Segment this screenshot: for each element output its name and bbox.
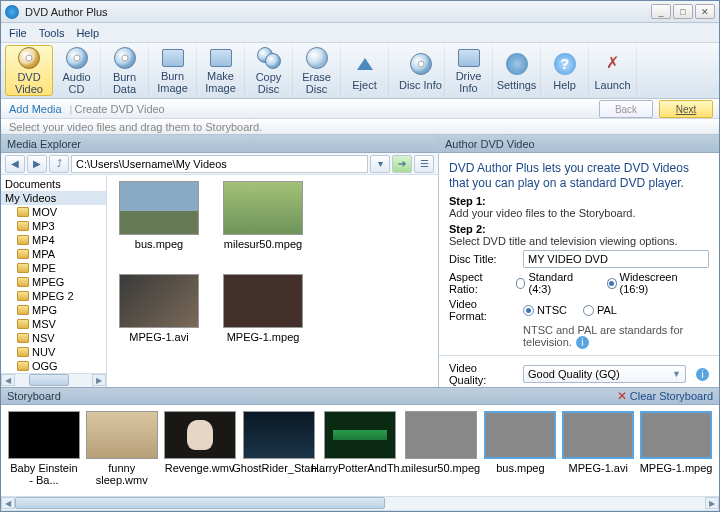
- thumb-item[interactable]: MPEG-1.avi: [113, 274, 205, 343]
- breadcrumb: Add Media | Create DVD Video Back Next: [1, 99, 719, 119]
- disc-title-label: Disc Title:: [449, 253, 517, 265]
- pathbar: ◀ ▶ ⤴ ▾ ➔ ☰: [1, 153, 438, 175]
- author-intro: DVD Author Plus lets you create DVD Vide…: [449, 161, 709, 191]
- tbtn-erase-disc[interactable]: Erase Disc: [293, 45, 341, 96]
- path-dd[interactable]: ▾: [370, 155, 390, 173]
- tree-fmt[interactable]: OGG: [1, 359, 106, 373]
- author-header: Author DVD Video: [439, 135, 719, 153]
- tbtn-drive-info[interactable]: Drive Info: [445, 45, 493, 96]
- menubar: File Tools Help: [1, 23, 719, 43]
- tbtn-audio-cd[interactable]: Audio CD: [53, 45, 101, 96]
- pal-radio[interactable]: PAL: [583, 304, 617, 316]
- storyboard-scrollbar[interactable]: ◀▶: [1, 497, 719, 511]
- back-button[interactable]: Back: [599, 100, 653, 118]
- tree-fmt[interactable]: MPEG: [1, 275, 106, 289]
- next-button[interactable]: Next: [659, 100, 713, 118]
- tbtn-help[interactable]: ?Help: [541, 45, 589, 96]
- tbtn-dvd-video[interactable]: DVD Video: [5, 45, 53, 96]
- tree-fmt[interactable]: NUV: [1, 345, 106, 359]
- sb-item[interactable]: milesur50.mpeg: [402, 411, 479, 490]
- tree-fmt[interactable]: MPE: [1, 261, 106, 275]
- tbtn-launch[interactable]: Launch: [589, 45, 637, 96]
- nav-up-icon[interactable]: ⤴: [49, 155, 69, 173]
- thumb-item[interactable]: MPEG-1.mpeg: [217, 274, 309, 343]
- tbtn-burn-image[interactable]: Burn Image: [149, 45, 197, 96]
- thumb-item[interactable]: bus.mpeg: [113, 181, 205, 250]
- tbtn-disc-info[interactable]: Disc Info: [397, 45, 445, 96]
- tbtn-make-image[interactable]: Make Image: [197, 45, 245, 96]
- aspect-label: Aspect Ratio:: [449, 271, 510, 295]
- path-input[interactable]: [71, 155, 368, 173]
- info-icon[interactable]: i: [576, 336, 589, 349]
- quality-label: Video Quality:: [449, 362, 517, 386]
- tbtn-eject[interactable]: Eject: [341, 45, 389, 96]
- folder-tree[interactable]: Documents My Videos MOV MP3 MP4 MPA MPE …: [1, 175, 107, 387]
- menu-file[interactable]: File: [9, 27, 27, 39]
- crumb-main: Add Media: [9, 103, 62, 115]
- nav-back-icon[interactable]: ◀: [5, 155, 25, 173]
- ntsc-radio[interactable]: NTSC: [523, 304, 567, 316]
- tree-fmt[interactable]: MPG: [1, 303, 106, 317]
- disc-title-input[interactable]: [523, 250, 709, 268]
- tree-fmt[interactable]: MP4: [1, 233, 106, 247]
- tbtn-settings[interactable]: Settings: [493, 45, 541, 96]
- tbtn-copy-disc[interactable]: Copy Disc: [245, 45, 293, 96]
- aspect-std-radio[interactable]: Standard (4:3): [516, 271, 591, 295]
- info-icon[interactable]: i: [696, 368, 709, 381]
- tree-fmt[interactable]: MPEG 2: [1, 289, 106, 303]
- media-explorer-header: Media Explorer: [1, 135, 438, 153]
- tree-fmt[interactable]: NSV: [1, 331, 106, 345]
- toolbar-separator: [389, 45, 397, 96]
- app-icon: [5, 5, 19, 19]
- tree-fmt[interactable]: MP3: [1, 219, 106, 233]
- nav-fwd-icon[interactable]: ▶: [27, 155, 47, 173]
- storyboard-header: Storyboard ✕Clear Storyboard: [1, 387, 719, 405]
- titlebar: DVD Author Plus _ □ ✕: [1, 1, 719, 23]
- maximize-button[interactable]: □: [673, 4, 693, 19]
- sb-item[interactable]: GhostRider_Stan...: [240, 411, 317, 490]
- crumb-alt: Create DVD Video: [74, 103, 164, 115]
- storyboard: Baby Einstein - Ba... funny sleep.wmv Re…: [1, 405, 719, 497]
- sb-item[interactable]: HarryPotterAndTh...: [321, 411, 398, 490]
- sb-item[interactable]: MPEG-1.avi: [561, 411, 635, 490]
- thumb-item[interactable]: milesur50.mpeg: [217, 181, 309, 250]
- sb-item[interactable]: funny sleep.wmv: [85, 411, 159, 490]
- sb-item[interactable]: MPEG-1.mpeg: [639, 411, 713, 490]
- close-button[interactable]: ✕: [695, 4, 715, 19]
- tree-scrollbar[interactable]: ◀▶: [1, 373, 106, 387]
- tbtn-burn-data[interactable]: Burn Data: [101, 45, 149, 96]
- format-label: Video Format:: [449, 298, 517, 322]
- view-icon[interactable]: ☰: [414, 155, 434, 173]
- sb-item[interactable]: Revenge.wmv: [163, 411, 237, 490]
- thumbnail-grid: bus.mpeg milesur50.mpeg MPEG-1.avi MPEG-…: [107, 175, 438, 387]
- window-title: DVD Author Plus: [25, 6, 108, 18]
- crumb-sub: Select your video files and drag them to…: [1, 119, 719, 135]
- tree-documents[interactable]: Documents: [1, 177, 106, 191]
- aspect-ws-radio[interactable]: Widescreen (16:9): [607, 271, 699, 295]
- toolbar: DVD Video Audio CD Burn Data Burn Image …: [1, 43, 719, 99]
- menu-tools[interactable]: Tools: [39, 27, 65, 39]
- sb-item[interactable]: bus.mpeg: [483, 411, 557, 490]
- quality-combo[interactable]: Good Quality (GQ)▼: [523, 365, 686, 383]
- menu-help[interactable]: Help: [76, 27, 99, 39]
- clear-storyboard[interactable]: ✕Clear Storyboard: [617, 389, 713, 403]
- tree-fmt[interactable]: MSV: [1, 317, 106, 331]
- go-icon[interactable]: ➔: [392, 155, 412, 173]
- tree-fmt[interactable]: MOV: [1, 205, 106, 219]
- tree-fmt[interactable]: MPA: [1, 247, 106, 261]
- tree-myvideos[interactable]: My Videos: [1, 191, 106, 205]
- sb-item[interactable]: Baby Einstein - Ba...: [7, 411, 81, 490]
- minimize-button[interactable]: _: [651, 4, 671, 19]
